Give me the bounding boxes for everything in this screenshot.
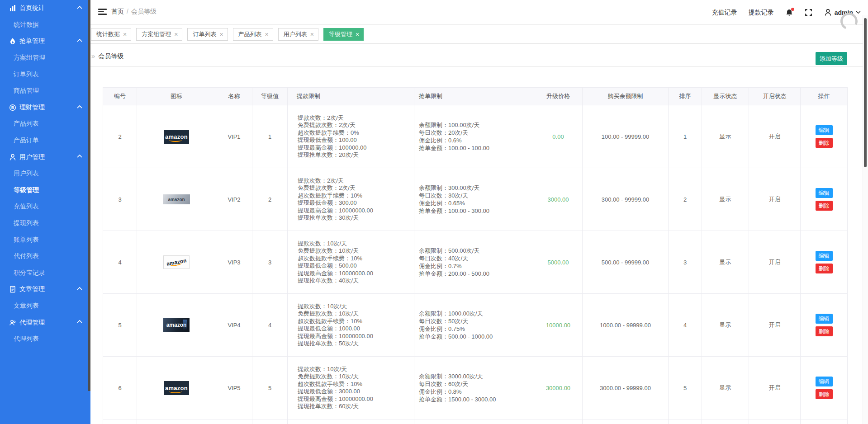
amazon-logo-image: amazon	[163, 194, 190, 204]
close-icon[interactable]: ×	[356, 31, 359, 38]
navbar-right: 充值记录 提款记录 admin	[712, 0, 861, 25]
cell-withdraw-limit: 提款次数：10次/天 免费提款次数：10次/天 超次数提款手续费：10% 提现最…	[288, 357, 414, 419]
sidebar-group-agent[interactable]: 代理管理	[0, 314, 90, 331]
col-upgrade-price: 升级价格	[534, 88, 583, 105]
cell-icon: amazon	[137, 231, 216, 294]
page-title-bar: »会员等级 添加等级	[90, 44, 868, 67]
sidebar-item-product-order[interactable]: 产品订单	[0, 132, 90, 149]
amazon-logo-image: amazon	[163, 255, 190, 269]
page-scrollbar-track[interactable]	[863, 15, 868, 424]
sidebar-item-label: 商品管理	[14, 87, 39, 95]
sidebar-item-bill-list[interactable]: 账单列表	[0, 231, 90, 248]
edit-button[interactable]: 编辑	[816, 314, 833, 324]
col-name: 名称	[216, 88, 252, 105]
tab-user-list[interactable]: 用户列表×	[278, 28, 318, 41]
sidebar-item-user-list[interactable]: 用户列表	[0, 165, 90, 182]
sidebar-group-label: 抢单管理	[19, 37, 45, 45]
edit-button[interactable]: 编辑	[816, 251, 833, 261]
sidebar-item-label: 产品订单	[14, 137, 39, 145]
menu-toggle-icon[interactable]	[98, 9, 107, 16]
cell-id: 5	[103, 294, 137, 357]
sidebar-group-label: 代理管理	[19, 319, 45, 327]
table-row: 4 amazon VIP3 3 提款次数：10次/天 免费提款次数：10次/天 …	[103, 231, 848, 294]
breadcrumb-home[interactable]: 首页	[111, 8, 124, 15]
sidebar-group-home-stats[interactable]: 首页统计	[0, 0, 90, 17]
withdraw-record-link[interactable]: 提款记录	[749, 9, 774, 17]
chevron-up-icon	[77, 5, 82, 9]
cell-actions: 编辑 删除	[801, 357, 848, 419]
tab-product-list[interactable]: 产品列表×	[233, 28, 273, 41]
close-icon[interactable]: ×	[174, 31, 178, 38]
sidebar-item-withdraw-list[interactable]: 提现列表	[0, 215, 90, 232]
tab-bar: 统计数据× 方案组管理× 订单列表× 产品列表× 用户列表× 等级管理×	[90, 25, 868, 44]
breadcrumb: 首页/会员等级	[111, 8, 157, 16]
sidebar-group-label: 理财管理	[19, 104, 45, 112]
sidebar-group-user-manage[interactable]: 用户管理	[0, 149, 90, 165]
partial-next-row	[103, 419, 848, 424]
sidebar-item-plan-group[interactable]: 方案组管理	[0, 50, 90, 66]
cell-grab-limit: 余额限制：1000.00次/天 每日次数：50次/天 佣金比例：0.75% 抢单…	[414, 294, 534, 357]
sidebar-item-stats-data[interactable]: 统计数据	[0, 17, 90, 33]
sidebar-group-order-grab[interactable]: 抢单管理	[0, 33, 90, 50]
tab-stats-data[interactable]: 统计数据×	[91, 28, 131, 41]
cell-icon: amazon	[137, 105, 216, 168]
sidebar-group-finance[interactable]: B 理财管理	[0, 99, 90, 116]
cell-upgrade-price: 10000.00	[534, 294, 583, 357]
cell-enable-state: 开启	[749, 294, 801, 357]
cell-grab-limit: 余额限制：500.00次/天 每日次数：40次/天 佣金比例：0.7% 抢单金额…	[414, 231, 534, 294]
table-body: 2 amazon VIP1 1 提款次数：2次/天 免费提款次数：2次/天 超次…	[103, 105, 848, 419]
svg-text:B: B	[11, 105, 14, 110]
sidebar-item-order-list[interactable]: 订单列表	[0, 66, 90, 83]
sidebar-item-agent-list[interactable]: 代理列表	[0, 331, 90, 348]
delete-button[interactable]: 删除	[816, 201, 833, 211]
article-icon	[9, 286, 16, 293]
sidebar-item-recharge-list[interactable]: 充值列表	[0, 198, 90, 215]
cell-icon: amazon	[137, 357, 216, 419]
sidebar-group-article[interactable]: 文章管理	[0, 281, 90, 298]
cell-display-state: 显示	[702, 105, 749, 168]
cell-icon: amazon	[137, 294, 216, 357]
sidebar-item-label: 提现列表	[14, 219, 39, 227]
delete-button[interactable]: 删除	[816, 389, 833, 399]
col-display-state: 显示状态	[702, 88, 749, 105]
amazon-logo-image: amazon	[164, 381, 189, 395]
sidebar-item-label: 代理列表	[14, 335, 39, 343]
sidebar-item-goods-manage[interactable]: 商品管理	[0, 83, 90, 99]
cell-sort: 2	[669, 168, 702, 231]
sidebar-item-label: 等级管理	[14, 186, 39, 194]
sidebar-scrollbar[interactable]	[88, 0, 90, 391]
tab-label: 产品列表	[238, 30, 262, 38]
col-sort: 排序	[669, 88, 702, 105]
sidebar-item-product-list[interactable]: 产品列表	[0, 116, 90, 132]
edit-button[interactable]: 编辑	[816, 188, 833, 198]
cell-sort: 3	[669, 231, 702, 294]
add-level-button[interactable]: 添加等级	[816, 52, 847, 65]
top-navbar: 首页/会员等级 充值记录 提款记录 admin	[90, 0, 868, 25]
close-icon[interactable]: ×	[123, 31, 127, 38]
tab-level-manage[interactable]: 等级管理×	[323, 28, 364, 41]
sidebar-item-points-record[interactable]: 积分宝记录	[0, 265, 90, 282]
tab-order-list[interactable]: 订单列表×	[187, 28, 228, 41]
cell-sort: 5	[669, 357, 702, 419]
sidebar-item-label: 文章列表	[14, 302, 39, 310]
sidebar-item-level-manage[interactable]: 等级管理	[0, 182, 90, 199]
page-scrollbar-thumb[interactable]	[864, 18, 867, 167]
edit-button[interactable]: 编辑	[816, 377, 833, 386]
notification-badge	[791, 8, 794, 11]
sidebar-item-payment-list[interactable]: 代付列表	[0, 248, 90, 265]
recharge-record-link[interactable]: 充值记录	[712, 9, 737, 17]
cell-level: 4	[252, 294, 288, 357]
close-icon[interactable]: ×	[310, 31, 314, 38]
sidebar-item-article-list[interactable]: 文章列表	[0, 298, 90, 315]
delete-button[interactable]: 删除	[816, 326, 833, 336]
delete-button[interactable]: 删除	[816, 138, 833, 148]
notification-bell-icon[interactable]	[785, 9, 793, 17]
edit-button[interactable]: 编辑	[816, 125, 833, 135]
tab-plan-group[interactable]: 方案组管理×	[136, 28, 182, 41]
sidebar: 首页统计 统计数据 抢单管理 方案组管理 订单列表 商品管理 B 理财管理 产品…	[0, 0, 90, 424]
close-icon[interactable]: ×	[219, 31, 223, 38]
close-icon[interactable]: ×	[265, 31, 269, 38]
delete-button[interactable]: 删除	[816, 264, 833, 273]
cell-withdraw-limit: 提款次数：10次/天 免费提款次数：10次/天 超次数提款手续费：10% 提现最…	[288, 231, 414, 294]
fullscreen-icon[interactable]	[805, 9, 813, 17]
